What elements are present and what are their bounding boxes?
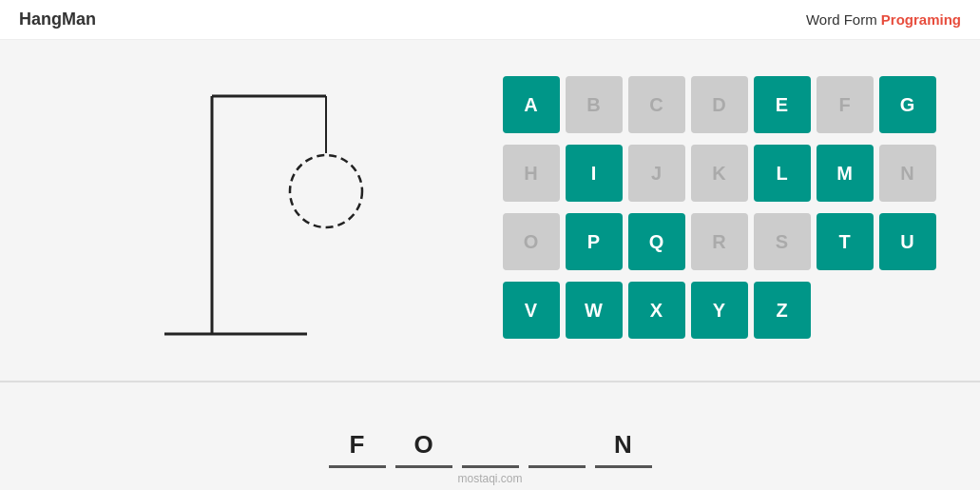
key-O[interactable]: O: [503, 213, 560, 270]
letter-char-1: O: [413, 427, 432, 461]
keyboard-area: ABCDEFGHIJKLMNOPQRSTUVWXYZ: [481, 59, 952, 362]
word-form-label: Word Form: [806, 11, 881, 28]
main-content: ABCDEFGHIJKLMNOPQRSTUVWXYZ: [0, 40, 980, 382]
keyboard-row-0: ABCDEFG: [500, 73, 939, 136]
app-title: HangMan: [19, 10, 96, 29]
key-F[interactable]: F: [817, 76, 874, 133]
key-M[interactable]: M: [817, 145, 874, 202]
key-L[interactable]: L: [754, 145, 811, 202]
key-S[interactable]: S: [754, 213, 811, 270]
app-header: HangMan Word Form Programing: [0, 0, 980, 40]
letter-line-3: [528, 465, 586, 468]
key-B[interactable]: B: [566, 76, 623, 133]
key-V[interactable]: V: [503, 282, 560, 339]
keyboard-row-3: VWXYZ: [500, 279, 939, 342]
key-U[interactable]: U: [879, 213, 936, 270]
key-C[interactable]: C: [628, 76, 685, 133]
programing-label: Programing: [881, 11, 961, 28]
key-G[interactable]: G: [879, 76, 936, 133]
letter-line-1: [395, 465, 452, 468]
key-H[interactable]: H: [503, 145, 560, 202]
letter-box-0: F: [329, 411, 386, 468]
key-I[interactable]: I: [566, 145, 623, 202]
key-A[interactable]: A: [503, 76, 560, 133]
key-Y[interactable]: Y: [691, 282, 748, 339]
key-J[interactable]: J: [628, 145, 685, 202]
key-X[interactable]: X: [628, 282, 685, 339]
key-Q[interactable]: Q: [628, 213, 685, 270]
letter-box-3: [528, 411, 586, 468]
letter-char-0: F: [350, 427, 365, 461]
key-Z[interactable]: Z: [754, 282, 811, 339]
key-E[interactable]: E: [754, 76, 811, 133]
keyboard-row-2: OPQRSTU: [500, 210, 939, 273]
word-area: FON: [0, 382, 980, 490]
key-T[interactable]: T: [817, 213, 874, 270]
keyboard-row-1: HIJKLMN: [500, 142, 939, 205]
key-W[interactable]: W: [566, 282, 623, 339]
hangman-area: [29, 59, 481, 362]
key-N[interactable]: N: [879, 145, 936, 202]
header-right: Word Form Programing: [806, 11, 961, 28]
letter-line-0: [329, 465, 386, 468]
key-R[interactable]: R: [691, 213, 748, 270]
letter-char-4: N: [614, 427, 632, 461]
letter-box-1: O: [395, 411, 452, 468]
key-K[interactable]: K: [691, 145, 748, 202]
key-P[interactable]: P: [566, 213, 623, 270]
key-D[interactable]: D: [691, 76, 748, 133]
hangman-drawing: [136, 68, 374, 353]
letter-line-4: [595, 465, 652, 468]
letter-line-2: [462, 465, 519, 468]
letter-box-4: N: [595, 411, 652, 468]
svg-point-4: [290, 155, 362, 227]
letter-box-2: [462, 411, 519, 468]
